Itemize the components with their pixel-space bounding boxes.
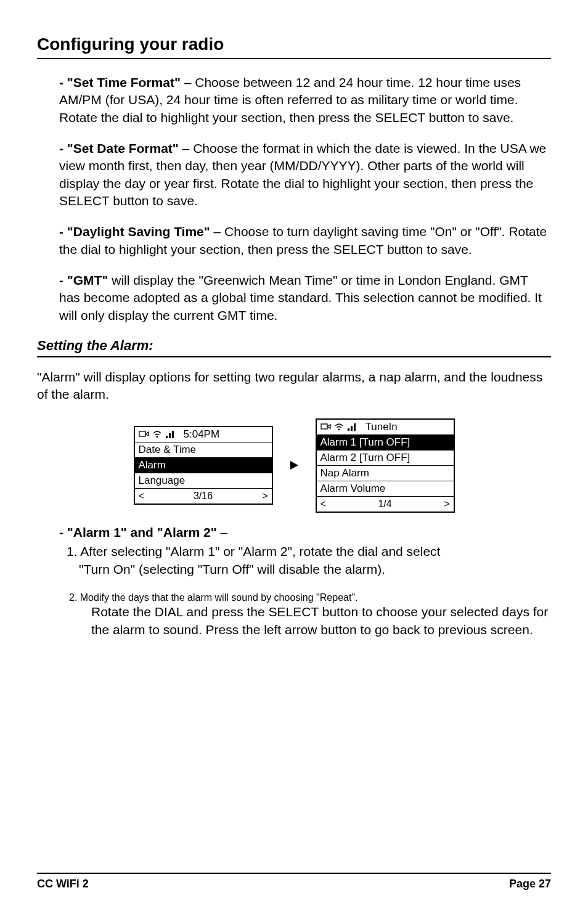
screen-1-row-2: Language [135,473,272,489]
screen-2-row-0: Alarm 1 [Turn OFF] [317,435,454,450]
config-item-daylight-saving: - "Daylight Saving Time" – Choose to tur… [37,223,551,258]
screen-2-row-1: Alarm 2 [Turn OFF] [317,450,454,466]
network-icon [139,430,149,439]
step-1-line-b: "Turn On" (selecting "Turn Off" will dis… [59,561,551,579]
pager-right: > [444,499,449,510]
item-label: - "Daylight Saving Time" [59,224,210,238]
step-2-line-a: 2. Modify the days that the alarm will s… [37,592,551,603]
alarm-1-2-section: - "Alarm 1" and "Alarm 2" – 1. After sel… [37,524,551,579]
screen-1-statusbar: 5:04PM [135,427,272,442]
svg-rect-3 [169,433,171,438]
alarm-1-2-dash: – [217,525,228,539]
screen-1-status-text: 5:04PM [184,428,220,441]
item-label: - "Set Time Format" [59,75,181,89]
svg-point-6 [338,428,340,430]
svg-rect-4 [172,431,174,438]
svg-rect-2 [166,436,168,438]
svg-rect-7 [348,428,349,431]
screen-2-row-3: Alarm Volume [317,481,454,497]
item-label: - "GMT" [59,273,108,287]
screen-2: TuneIn Alarm 1 [Turn OFF] Alarm 2 [Turn … [316,418,455,513]
item-text: will display the "Greenwich Mean Time" o… [59,273,542,322]
screen-1-pager: < 3/16 > [135,489,272,503]
screen-1-row-1: Alarm [135,458,272,473]
svg-rect-9 [354,423,356,431]
network-icon [321,423,331,431]
screen-1-row-0: Date & Time [135,442,272,458]
screens-row: 5:04PM Date & Time Alarm Language < 3/16… [37,418,551,513]
step-2-body: Rotate the DIAL and press the SELECT but… [37,603,551,639]
screen-2-pager: < 1/4 > [317,497,454,512]
footer-left: CC WiFi 2 [37,878,89,891]
section-heading-setting-alarm: Setting the Alarm: [37,338,551,357]
svg-rect-0 [139,431,145,436]
signal-icon [347,423,356,431]
pager-left: < [321,499,326,510]
pager-center: 1/4 [378,499,391,510]
config-item-gmt: - "GMT" will display the "Greenwich Mean… [37,272,551,324]
footer-right: Page 27 [509,878,551,891]
svg-rect-8 [351,426,353,431]
config-item-set-time-format: - "Set Time Format" – Choose between 12 … [37,74,551,126]
alarm-1-2-label: - "Alarm 1" and "Alarm 2" [59,525,217,539]
wifi-icon [334,423,344,431]
step-1-line-a: 1. After selecting "Alarm 1" or "Alarm 2… [59,543,551,561]
svg-point-1 [156,436,158,438]
signal-icon [165,430,174,439]
screen-2-row-2: Nap Alarm [317,466,454,481]
screen-2-statusbar: TuneIn [317,420,454,435]
pager-left: < [139,491,144,502]
page-footer: CC WiFi 2 Page 27 [37,873,551,891]
page-title: Configuring your radio [37,35,551,59]
wifi-icon [152,430,162,439]
screen-2-status-text: TuneIn [365,421,398,433]
arrow-right-icon [290,461,298,470]
pager-right: > [262,491,267,502]
screen-1: 5:04PM Date & Time Alarm Language < 3/16… [134,426,273,505]
item-label: - "Set Date Format" [59,141,179,155]
config-item-set-date-format: - "Set Date Format" – Choose the format … [37,140,551,210]
pager-center: 3/16 [194,491,213,502]
svg-rect-5 [321,424,327,429]
alarm-lead-text: "Alarm" will display options for setting… [37,369,551,404]
